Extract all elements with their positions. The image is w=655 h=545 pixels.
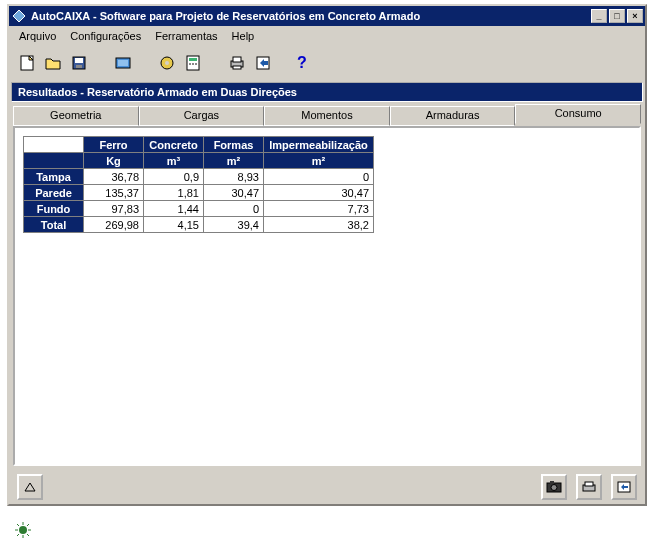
svg-point-23: [551, 485, 557, 491]
cell: 39,4: [204, 217, 264, 233]
cell: 97,83: [84, 201, 144, 217]
cell: 4,15: [144, 217, 204, 233]
svg-marker-21: [25, 483, 35, 491]
svg-rect-13: [189, 63, 191, 65]
svg-marker-3: [46, 59, 60, 69]
tab-momentos[interactable]: Momentos: [264, 106, 390, 126]
export-icon[interactable]: [251, 51, 275, 75]
unit-formas: m²: [204, 153, 264, 169]
bottom-toolbar: [9, 470, 645, 504]
svg-rect-15: [195, 63, 197, 65]
menu-ferramentas[interactable]: Ferramentas: [149, 28, 223, 44]
svg-rect-14: [192, 63, 194, 65]
export-bottom-icon[interactable]: [611, 474, 637, 500]
col-formas: Formas: [204, 137, 264, 153]
table-row: Fundo 97,83 1,44 0 7,73: [24, 201, 374, 217]
cell: 8,93: [204, 169, 264, 185]
svg-rect-6: [76, 65, 82, 68]
svg-marker-0: [13, 10, 25, 22]
cell: 30,47: [204, 185, 264, 201]
svg-point-10: [165, 61, 169, 65]
menubar: Arquivo Configurações Ferramentas Help: [9, 26, 645, 46]
cell: 36,78: [84, 169, 144, 185]
cell: 7,73: [264, 201, 374, 217]
toolbar: ?: [9, 46, 645, 80]
svg-rect-24: [550, 481, 554, 484]
unit-blank: [24, 153, 84, 169]
app-icon: [11, 8, 27, 24]
table-row: Tampa 36,78 0,9 8,93 0: [24, 169, 374, 185]
row-total-label: Total: [24, 217, 84, 233]
save-file-icon[interactable]: [67, 51, 91, 75]
cell: 0,9: [144, 169, 204, 185]
cell: 1,81: [144, 185, 204, 201]
svg-line-35: [27, 534, 29, 536]
tab-geometria[interactable]: Geometria: [13, 106, 139, 126]
table-row: Parede 135,37 1,81 30,47 30,47: [24, 185, 374, 201]
up-triangle-button[interactable]: [17, 474, 43, 500]
svg-rect-12: [189, 58, 197, 61]
app-window: AutoCAIXA - Software para Projeto de Res…: [7, 4, 647, 506]
menu-help[interactable]: Help: [226, 28, 261, 44]
camera-icon[interactable]: [541, 474, 567, 500]
col-ferro: Ferro: [84, 137, 144, 153]
close-button[interactable]: ×: [627, 9, 643, 23]
gear-icon[interactable]: [155, 51, 179, 75]
consumo-table: Ferro Concreto Formas Impermeabilização …: [23, 136, 374, 233]
titlebar: AutoCAIXA - Software para Projeto de Res…: [9, 6, 645, 26]
tab-consumo[interactable]: Consumo: [515, 104, 641, 124]
help-icon[interactable]: ?: [297, 54, 307, 72]
calc-icon[interactable]: [181, 51, 205, 75]
cell: 135,37: [84, 185, 144, 201]
content-pane: Ferro Concreto Formas Impermeabilização …: [13, 126, 641, 466]
new-file-icon[interactable]: [15, 51, 39, 75]
svg-line-34: [17, 524, 19, 526]
menu-configuracoes[interactable]: Configurações: [64, 28, 147, 44]
table-row: Total 269,98 4,15 39,4 38,2: [24, 217, 374, 233]
tab-cargas[interactable]: Cargas: [139, 106, 265, 126]
tab-armaduras[interactable]: Armaduras: [390, 106, 516, 126]
row-parede-label: Parede: [24, 185, 84, 201]
svg-line-36: [17, 534, 19, 536]
project-icon[interactable]: [111, 51, 135, 75]
svg-point-29: [19, 526, 27, 534]
open-file-icon[interactable]: [41, 51, 65, 75]
cell: 38,2: [264, 217, 374, 233]
svg-rect-8: [118, 60, 128, 66]
svg-rect-18: [233, 66, 241, 69]
cell: 0: [264, 169, 374, 185]
menu-arquivo[interactable]: Arquivo: [13, 28, 62, 44]
tabstrip: Geometria Cargas Momentos Armaduras Cons…: [13, 104, 641, 124]
sun-status-icon: [14, 521, 32, 539]
print-icon[interactable]: [225, 51, 249, 75]
col-imperme: Impermeabilização: [264, 137, 374, 153]
titlebar-text: AutoCAIXA - Software para Projeto de Res…: [31, 10, 589, 22]
svg-line-37: [27, 524, 29, 526]
unit-imperme: m²: [264, 153, 374, 169]
print-bottom-icon[interactable]: [576, 474, 602, 500]
col-concreto: Concreto: [144, 137, 204, 153]
unit-ferro: Kg: [84, 153, 144, 169]
svg-rect-26: [585, 482, 593, 486]
svg-rect-17: [233, 57, 241, 62]
svg-rect-5: [75, 58, 83, 63]
cell: 30,47: [264, 185, 374, 201]
cell: 0: [204, 201, 264, 217]
unit-concreto: m³: [144, 153, 204, 169]
cell: 269,98: [84, 217, 144, 233]
row-fundo-label: Fundo: [24, 201, 84, 217]
results-header: Resultados - Reservatório Armado em Duas…: [11, 82, 643, 102]
minimize-button[interactable]: _: [591, 9, 607, 23]
maximize-button[interactable]: □: [609, 9, 625, 23]
row-tampa-label: Tampa: [24, 169, 84, 185]
cell: 1,44: [144, 201, 204, 217]
table-corner: [24, 137, 84, 153]
